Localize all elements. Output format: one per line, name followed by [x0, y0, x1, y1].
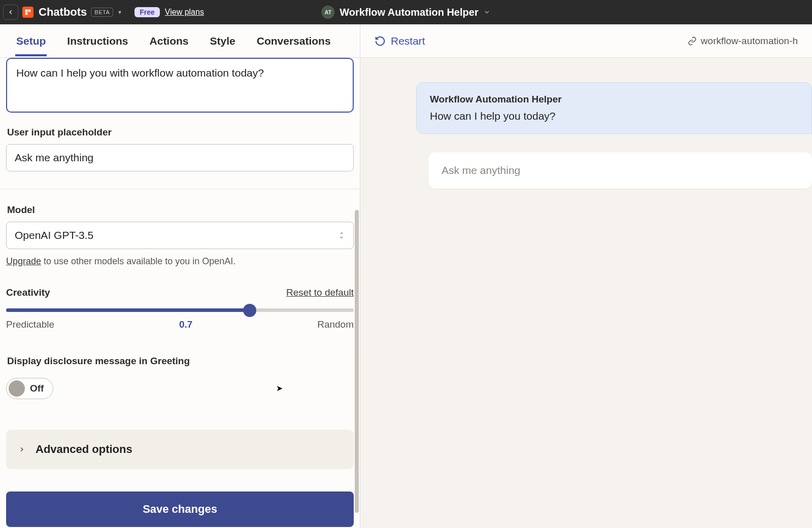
beta-badge: BETA [91, 8, 113, 17]
tab-setup[interactable]: Setup [15, 26, 47, 56]
bot-message-bubble: Workflow Automation Helper How can I hel… [416, 82, 812, 134]
upgrade-hint: Upgrade to use other models available to… [6, 256, 354, 267]
top-header: Chatbots BETA ▾ Free View plans AT Workf… [0, 0, 812, 24]
upgrade-tail: to use other models available to you in … [41, 256, 235, 266]
slider-knob[interactable] [243, 304, 256, 317]
config-tabs: Setup Instructions Actions Style Convers… [0, 24, 360, 58]
chatbot-title: Workflow Automation Helper [340, 7, 478, 18]
chat-preview: Workflow Automation Helper How can I hel… [360, 58, 812, 528]
link-icon [688, 37, 697, 46]
chevron-down-icon[interactable]: ▾ [118, 9, 121, 16]
toggle-knob [9, 380, 25, 397]
view-plans-link[interactable]: View plans [165, 8, 204, 17]
slider-min-label: Predictable [6, 319, 54, 330]
brand-name: Chatbots [39, 6, 87, 19]
model-label: Model [7, 204, 354, 216]
bot-greeting-text: How can I help you today? [430, 110, 798, 122]
disclosure-label: Display disclosure message in Greeting [7, 356, 354, 367]
share-link[interactable]: workflow-automation-h [688, 36, 798, 47]
model-select[interactable]: OpenAI GPT-3.5 [6, 222, 354, 249]
reset-to-default-link[interactable]: Reset to default [286, 287, 354, 298]
slider-track [6, 308, 354, 312]
bot-name: Workflow Automation Helper [430, 94, 798, 105]
share-slug: workflow-automation-h [701, 36, 798, 47]
slider-max-label: Random [317, 319, 354, 330]
advanced-label: Advanced options [36, 443, 132, 456]
select-chevrons-icon [338, 230, 345, 240]
chevron-right-icon [18, 445, 25, 454]
slider-fill [6, 308, 250, 312]
greeting-textarea[interactable]: How can I help you with workflow automat… [6, 58, 354, 113]
avatar: AT [321, 6, 334, 19]
tab-actions[interactable]: Actions [149, 26, 190, 56]
restart-label: Restart [391, 35, 425, 47]
slider-value: 0.7 [179, 319, 192, 330]
tab-conversations[interactable]: Conversations [256, 26, 332, 56]
arrow-left-icon [7, 9, 14, 16]
advanced-options-toggle[interactable]: Advanced options [6, 430, 354, 469]
tab-instructions[interactable]: Instructions [66, 26, 129, 56]
placeholder-input[interactable] [6, 144, 354, 171]
plan-badge: Free [134, 7, 160, 17]
disclosure-toggle[interactable]: Off [6, 378, 53, 399]
creativity-label: Creativity [6, 287, 50, 298]
placeholder-label: User input placeholder [7, 127, 354, 138]
divider [0, 189, 360, 189]
creativity-slider[interactable]: Predictable 0.7 Random [6, 308, 354, 330]
preview-input[interactable]: Ask me anything [428, 152, 812, 189]
restart-icon [375, 36, 386, 47]
restart-button[interactable]: Restart [375, 35, 425, 47]
model-value: OpenAI GPT-3.5 [15, 229, 93, 241]
save-changes-button[interactable]: Save changes [6, 491, 354, 527]
workspace-title[interactable]: AT Workflow Automation Helper [321, 6, 490, 19]
tab-style[interactable]: Style [209, 26, 236, 56]
back-button[interactable] [3, 5, 18, 20]
chevron-down-icon [484, 9, 491, 16]
scrollbar[interactable] [355, 210, 359, 513]
app-logo-icon [22, 7, 33, 18]
toggle-state: Off [30, 383, 44, 394]
upgrade-link[interactable]: Upgrade [6, 256, 41, 266]
